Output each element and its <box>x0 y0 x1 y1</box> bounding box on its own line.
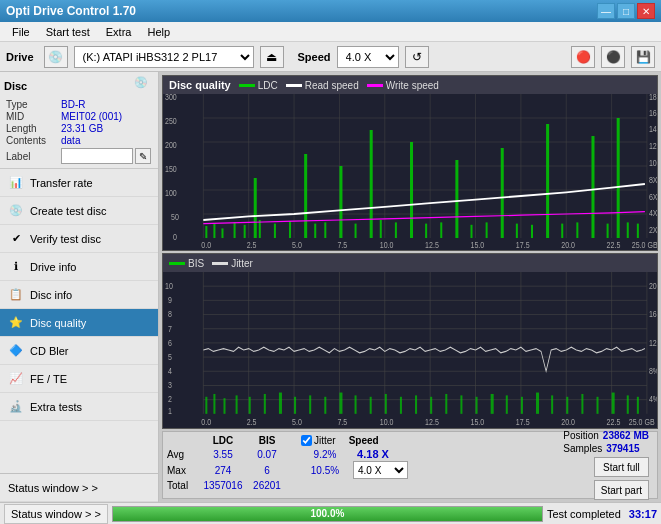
sidebar-label-cd-bler: CD Bler <box>30 345 69 357</box>
sidebar-item-drive-info[interactable]: ℹ Drive info <box>0 253 158 281</box>
progress-text: 100.0% <box>113 507 542 521</box>
sidebar-item-cd-bler[interactable]: 🔷 CD Bler <box>0 337 158 365</box>
label-input[interactable] <box>61 148 133 164</box>
stats-speed-select[interactable]: 4.0 X <box>353 461 408 479</box>
svg-rect-133 <box>309 395 311 413</box>
eject-button[interactable]: ⏏ <box>260 46 284 68</box>
svg-text:15.0: 15.0 <box>470 240 484 250</box>
svg-rect-65 <box>470 225 472 238</box>
svg-rect-45 <box>213 224 215 238</box>
mid-label: MID <box>6 111 61 122</box>
svg-rect-63 <box>440 222 442 238</box>
speed-label: Speed <box>298 51 331 63</box>
svg-text:17.5: 17.5 <box>516 416 530 428</box>
bis-color-swatch <box>169 262 185 265</box>
svg-text:4: 4 <box>168 365 172 377</box>
svg-rect-55 <box>324 222 326 238</box>
svg-rect-62 <box>425 224 427 238</box>
legend-ldc-label: LDC <box>258 80 278 91</box>
progress-bar-container: 100.0% <box>112 506 543 522</box>
sidebar-item-disc-info[interactable]: 📋 Disc info <box>0 281 158 309</box>
extra-tests-icon: 🔬 <box>8 399 24 415</box>
sidebar-item-create-test-disc[interactable]: 💿 Create test disc <box>0 197 158 225</box>
completed-text: Test completed <box>547 508 621 520</box>
disc-write-button[interactable]: ⚫ <box>601 46 625 68</box>
svg-text:9: 9 <box>168 294 172 306</box>
svg-rect-141 <box>430 397 432 414</box>
svg-rect-76 <box>627 222 629 238</box>
svg-text:7.5: 7.5 <box>337 240 347 250</box>
svg-text:7: 7 <box>168 322 172 334</box>
svg-text:3: 3 <box>168 379 172 391</box>
menu-extra[interactable]: Extra <box>98 24 140 40</box>
status-window-button[interactable]: Status window > > <box>4 504 108 524</box>
avg-ldc: 3.55 <box>199 449 247 460</box>
label-edit-button[interactable]: ✎ <box>135 148 151 164</box>
maximize-button[interactable]: □ <box>617 3 635 19</box>
content-area: Disc quality LDC Read speed Write speed <box>159 72 661 502</box>
drive-select[interactable]: (K:) ATAPI iHBS312 2 PL17 <box>74 46 254 68</box>
sidebar: Disc 💿 Type BD-R MID MEIT02 (001) Length… <box>0 72 159 502</box>
sidebar-item-verify-test-disc[interactable]: ✔ Verify test disc <box>0 225 158 253</box>
refresh-button[interactable]: ↺ <box>405 46 429 68</box>
disc-read-button[interactable]: 🔴 <box>571 46 595 68</box>
close-button[interactable]: ✕ <box>637 3 655 19</box>
svg-rect-138 <box>385 394 387 414</box>
svg-text:12X: 12X <box>649 142 657 152</box>
minimize-button[interactable]: — <box>597 3 615 19</box>
sidebar-label-disc-info: Disc info <box>30 289 72 301</box>
chart1-title: Disc quality <box>169 79 231 91</box>
svg-text:0.0: 0.0 <box>201 240 211 250</box>
svg-text:10.0: 10.0 <box>380 416 394 428</box>
total-ldc: 1357016 <box>199 480 247 491</box>
svg-text:2.5: 2.5 <box>247 240 257 250</box>
label-label: Label <box>6 151 61 162</box>
menu-file[interactable]: File <box>4 24 38 40</box>
menu-help[interactable]: Help <box>139 24 178 40</box>
ldc-color-swatch <box>239 84 255 87</box>
start-part-button[interactable]: Start part <box>594 480 649 500</box>
svg-rect-132 <box>294 397 296 414</box>
drive-icon-button[interactable]: 💿 <box>44 46 68 68</box>
svg-rect-49 <box>254 178 257 238</box>
avg-speed: 4.18 X <box>349 448 397 460</box>
title-bar: Opti Drive Control 1.70 — □ ✕ <box>0 0 661 22</box>
svg-text:0: 0 <box>173 233 177 243</box>
svg-rect-69 <box>531 225 533 238</box>
svg-rect-142 <box>445 394 447 414</box>
svg-text:2X: 2X <box>649 226 657 236</box>
max-ldc: 274 <box>199 465 247 476</box>
start-full-button[interactable]: Start full <box>594 457 649 477</box>
sidebar-label-verify-test-disc: Verify test disc <box>30 233 101 245</box>
transfer-rate-icon: 📊 <box>8 175 24 191</box>
length-label: Length <box>6 123 61 134</box>
svg-rect-53 <box>304 154 307 238</box>
jitter-checkbox[interactable] <box>301 435 312 446</box>
svg-rect-152 <box>597 397 599 414</box>
chart1-svg: 300 250 200 150 100 50 0 18X 16X 14X 12X… <box>163 94 657 250</box>
sidebar-item-extra-tests[interactable]: 🔬 Extra tests <box>0 393 158 421</box>
menu-bar: File Start test Extra Help <box>0 22 661 42</box>
menu-start-test[interactable]: Start test <box>38 24 98 40</box>
sidebar-item-fe-te[interactable]: 📈 FE / TE <box>0 365 158 393</box>
svg-text:100: 100 <box>165 188 177 198</box>
app-title: Opti Drive Control 1.70 <box>6 4 136 18</box>
sidebar-item-disc-quality[interactable]: ⭐ Disc quality <box>0 309 158 337</box>
svg-text:8: 8 <box>168 308 172 320</box>
svg-text:17.5: 17.5 <box>516 240 530 250</box>
svg-rect-144 <box>476 397 478 414</box>
svg-rect-58 <box>370 130 373 238</box>
sidebar-item-transfer-rate[interactable]: 📊 Transfer rate <box>0 169 158 197</box>
avg-bis: 0.07 <box>247 449 287 460</box>
pos-samples: Position 23862 MB Samples 379415 <box>563 430 649 454</box>
legend-jitter: Jitter <box>212 258 253 269</box>
jitter-checkbox-label[interactable]: Jitter <box>301 435 336 446</box>
svg-text:20.0: 20.0 <box>561 416 575 428</box>
sidebar-label-create-test-disc: Create test disc <box>30 205 106 217</box>
disc-panel: Disc 💿 Type BD-R MID MEIT02 (001) Length… <box>0 72 158 169</box>
save-button[interactable]: 💾 <box>631 46 655 68</box>
sidebar-item-status-window[interactable]: Status window > > <box>0 474 158 502</box>
speed-select[interactable]: 4.0 X 1.0 X 2.0 X 8.0 X 16.0 X <box>337 46 399 68</box>
max-bis: 6 <box>247 465 287 476</box>
chart2-svg: 10 9 8 7 6 5 4 3 2 1 20% 16% 12% 8% 4% <box>163 272 657 428</box>
